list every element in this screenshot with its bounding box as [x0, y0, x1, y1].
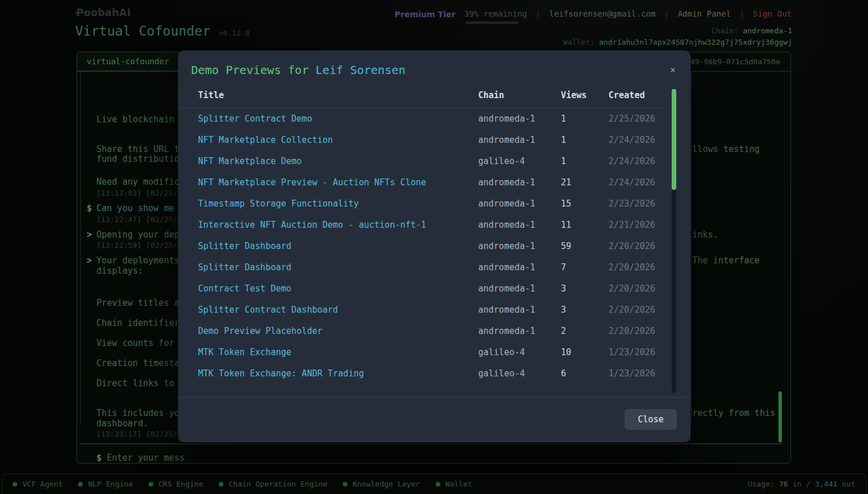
engine-label: Knowledge Layer: [352, 480, 420, 488]
demo-title-link[interactable]: Splitter Contract Demo: [198, 114, 478, 124]
demo-title-link[interactable]: NFT Marketplace Demo: [198, 156, 478, 166]
demo-title-link[interactable]: Contract Test Demo: [198, 283, 478, 294]
admin-panel-link[interactable]: Admin Panel: [677, 9, 731, 18]
logo-p-stroke-icon: [75, 12, 84, 13]
terminal-text: [13:22:59] [02/25/20: [96, 241, 187, 250]
demo-created-cell: 2/24/2026: [609, 156, 663, 166]
usage-counter: Usage: 76 in / 3,441 out: [747, 480, 855, 488]
table-row[interactable]: MTK Token Exchangegalileo-4101/23/2026: [178, 341, 663, 363]
terminal-text: View counts for e: [96, 338, 185, 348]
table-row[interactable]: Splitter Contract Dashboardandromeda-132…: [178, 299, 663, 320]
demo-chain-cell: galileo-4: [478, 156, 561, 166]
table-row[interactable]: MTK Token Exchange: ANDR Tradinggalileo-…: [178, 363, 663, 384]
modal-title: Demo Previews for Leif Sorensen: [191, 63, 405, 77]
modal-scrollbar-thumb[interactable]: [672, 89, 676, 190]
demo-chain-cell: andromeda-1: [478, 199, 561, 209]
chain-value: andromeda-1: [743, 26, 792, 35]
terminal-text: Chain identifiers: [96, 318, 185, 328]
table-row[interactable]: Demo Preview Placeholderandromeda-122/20…: [178, 320, 663, 341]
demo-chain-cell: andromeda-1: [478, 262, 561, 273]
close-button[interactable]: Close: [625, 409, 677, 430]
input-prompt-symbol: $: [96, 453, 102, 463]
modal-scrollbar-track[interactable]: [672, 89, 676, 393]
demo-views-cell: 21: [561, 177, 609, 188]
table-row[interactable]: NFT Marketplace Collectionandromeda-112/…: [178, 129, 663, 150]
demo-created-cell: 1/23/2026: [609, 347, 663, 357]
table-row[interactable]: Splitter Contract Demoandromeda-112/25/2…: [178, 108, 663, 129]
chain-info: Chain: andromeda-1: [711, 26, 792, 35]
status-dot-icon: [343, 482, 347, 487]
wallet-info: Wallet: andr1ahu3nl7apx24587njhw322g7j75…: [563, 38, 792, 46]
terminal-text: fund distribution: [96, 154, 185, 164]
usage-in-value: 76: [779, 480, 788, 488]
status-dot-icon: [219, 482, 223, 487]
demo-views-cell: 15: [561, 199, 609, 209]
demo-title-link[interactable]: MTK Token Exchange: [198, 347, 478, 357]
terminal-text: Opening your depl: [96, 230, 185, 240]
demo-chain-cell: andromeda-1: [478, 135, 561, 145]
demo-created-cell: 2/23/2026: [609, 199, 663, 209]
chain-label: Chain:: [711, 26, 738, 35]
account-email: leifsorensen@gmail.com: [549, 9, 656, 18]
demo-chain-cell: andromeda-1: [478, 305, 561, 315]
usage-label: Usage:: [747, 480, 774, 488]
table-body: Splitter Contract Demoandromeda-112/25/2…: [178, 108, 663, 384]
prompt-symbol: $: [87, 203, 92, 213]
engine-status-list: VCF AgentNLP EngineCRS EngineChain Opera…: [13, 480, 472, 488]
separator: |: [536, 9, 540, 18]
column-created: Created: [609, 90, 663, 108]
table-row[interactable]: Timestamp Storage Functionalityandromeda…: [178, 193, 663, 214]
terminal-text: [13:17:03] [02/25/20: [96, 189, 187, 197]
demo-created-cell: 2/20/2026: [609, 305, 663, 315]
session-id: 4149-96b9-071c5d0a750e: [681, 57, 780, 66]
demo-views-cell: 1: [561, 114, 609, 124]
terminal-text: Live blockchain d: [96, 114, 185, 125]
demo-title-link[interactable]: Timestamp Storage Functionality: [198, 199, 478, 209]
engine-status-item: NLP Engine: [78, 480, 133, 488]
demo-title-link[interactable]: Splitter Dashboard: [198, 241, 478, 251]
demo-views-cell: 3: [561, 283, 609, 294]
table-row[interactable]: Contract Test Demoandromeda-132/20/2026: [178, 278, 663, 299]
demo-views-cell: 6: [561, 368, 609, 379]
demo-title-link[interactable]: Demo Preview Placeholder: [198, 326, 478, 336]
demo-title-link[interactable]: MTK Token Exchange: ANDR Trading: [198, 368, 478, 379]
demo-created-cell: 2/20/2026: [609, 326, 663, 336]
demo-title-link[interactable]: Splitter Dashboard: [198, 262, 478, 273]
status-dot-icon: [13, 482, 17, 487]
app-version: v0.12.8: [218, 29, 250, 37]
table-row[interactable]: NFT Marketplace Demogalileo-412/24/2026: [178, 150, 663, 172]
demo-chain-cell: andromeda-1: [478, 241, 561, 251]
demo-title-link[interactable]: Splitter Contract Dashboard: [198, 305, 478, 315]
tier-remaining-label: 39% remaining: [464, 9, 528, 18]
demo-views-cell: 3: [561, 305, 609, 315]
demo-title-link[interactable]: NFT Marketplace Collection: [198, 135, 478, 145]
sign-out-link[interactable]: Sign Out: [753, 9, 792, 18]
engine-label: Wallet: [445, 480, 472, 488]
table-row[interactable]: Interactive NFT Auction Demo - auction-n…: [178, 214, 663, 235]
column-views: Views: [561, 90, 609, 108]
demo-views-cell: 1: [561, 156, 609, 166]
demo-chain-cell: andromeda-1: [478, 220, 561, 230]
table-row[interactable]: NFT Marketplace Preview - Auction NFTs C…: [178, 172, 663, 193]
usage-in-unit: in /: [792, 480, 810, 488]
demo-title-link[interactable]: NFT Marketplace Preview - Auction NFTs C…: [198, 177, 478, 188]
message-input[interactable]: $ Enter your mess: [77, 450, 790, 467]
close-icon[interactable]: ×: [666, 64, 679, 76]
modal-footer-divider: [178, 397, 691, 398]
table-row[interactable]: Splitter Dashboardandromeda-1592/20/2026: [178, 235, 663, 256]
terminal-text: This includes you: [96, 408, 185, 418]
demo-created-cell: 1/23/2026: [609, 368, 663, 379]
usage-out-unit: out: [842, 480, 855, 488]
wallet-address: andr1ahu3nl7apx24587njhw322g7j75xdryj36g…: [599, 38, 792, 46]
demo-views-cell: 2: [561, 326, 609, 336]
prompt-symbol: >: [87, 255, 92, 266]
terminal-text: Share this URL to: [96, 144, 185, 154]
terminal-text: Your deployments: [96, 255, 180, 266]
engine-status-item: Wallet: [436, 480, 472, 488]
app-title-text: Virtual Cofounder: [75, 24, 210, 38]
demo-title-link[interactable]: Interactive NFT Auction Demo - auction-n…: [198, 220, 478, 230]
tier-progress-bar: [466, 21, 518, 24]
demo-chain-cell: andromeda-1: [478, 177, 561, 188]
table-row[interactable]: Splitter Dashboardandromeda-172/20/2026: [178, 256, 663, 278]
terminal-text: Preview titles an: [96, 298, 185, 308]
